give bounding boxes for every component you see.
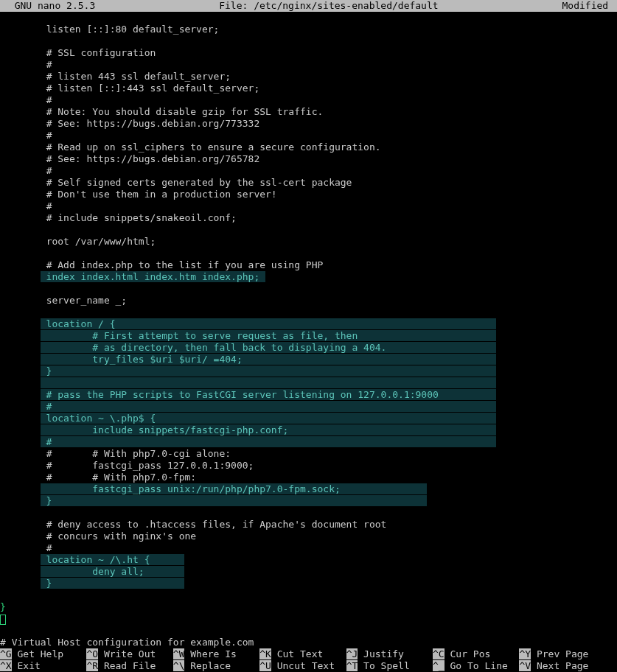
editor-line[interactable]: # listen 443 ssl default_server; xyxy=(0,71,617,83)
help-key[interactable]: ^K xyxy=(259,648,271,659)
editor-line[interactable] xyxy=(0,589,617,601)
editor-line[interactable] xyxy=(0,613,617,625)
editor-line[interactable]: # xyxy=(0,94,617,106)
editor-line[interactable]: location ~ \.php$ { xyxy=(0,413,617,424)
editor-line[interactable]: # xyxy=(0,436,617,448)
app-name: GNU nano 2.5.3 xyxy=(0,0,95,12)
editor-line[interactable]: # listen [::]:443 ssl default_server; xyxy=(0,83,617,94)
editor-line[interactable]: # Self signed certs generated by the ssl… xyxy=(0,177,617,189)
editor-line[interactable]: } xyxy=(0,601,617,613)
editor-line[interactable]: location ~ /\.ht { xyxy=(0,554,617,566)
editor-line[interactable]: deny all; xyxy=(0,566,617,578)
editor-line[interactable]: # See: https://bugs.debian.org/765782 xyxy=(0,153,617,165)
editor-line[interactable] xyxy=(0,35,617,47)
help-key[interactable]: ^C xyxy=(433,648,445,659)
help-bar: ^G Get Help ^O Write Out ^W Where Is ^K … xyxy=(0,648,617,672)
file-path: File: /etc/nginx/sites-enabled/default xyxy=(95,0,562,12)
help-key[interactable]: ^W xyxy=(173,648,185,659)
editor-line[interactable]: # xyxy=(0,200,617,212)
editor-line[interactable]: # deny access to .htaccess files, if Apa… xyxy=(0,519,617,531)
cursor xyxy=(0,615,6,625)
help-label: Go To Line xyxy=(445,660,520,671)
editor-line[interactable] xyxy=(0,625,617,637)
help-key[interactable]: ^\ xyxy=(173,660,185,671)
help-key[interactable]: ^J xyxy=(346,648,358,659)
help-label: Write Out xyxy=(98,648,173,659)
editor-line[interactable] xyxy=(0,224,617,236)
editor-line[interactable]: } xyxy=(0,495,617,507)
editor-line[interactable]: # Don't use them in a production server! xyxy=(0,189,617,200)
editor-line[interactable]: # # With php7.0-cgi alone: xyxy=(0,448,617,460)
editor-line[interactable]: try_files $uri $uri/ =404; xyxy=(0,354,617,365)
editor-line[interactable] xyxy=(0,307,617,318)
editor-line[interactable] xyxy=(0,377,617,389)
help-label: Prev Page xyxy=(531,648,606,659)
editor-line[interactable]: # SSL configuration xyxy=(0,47,617,59)
editor-line[interactable]: } xyxy=(0,365,617,377)
editor-line[interactable]: index index.html index.htm index.php; xyxy=(0,271,617,283)
editor-line[interactable]: # xyxy=(0,401,617,413)
editor-line[interactable]: server_name _; xyxy=(0,295,617,307)
editor-area[interactable]: listen [::]:80 default_server; # SSL con… xyxy=(0,12,617,660)
help-key[interactable]: ^X xyxy=(0,660,12,671)
help-key[interactable]: ^_ xyxy=(433,660,445,671)
editor-line[interactable]: # See: https://bugs.debian.org/773332 xyxy=(0,118,617,130)
help-label: Where Is xyxy=(184,648,259,659)
editor-line[interactable]: location / { xyxy=(0,318,617,330)
help-label: Read File xyxy=(98,660,173,671)
title-bar: GNU nano 2.5.3 File: /etc/nginx/sites-en… xyxy=(0,0,617,12)
editor-line[interactable]: # fastcgi_pass 127.0.0.1:9000; xyxy=(0,460,617,472)
help-key[interactable]: ^R xyxy=(86,660,98,671)
editor-line[interactable]: # Note: You should disable gzip for SSL … xyxy=(0,106,617,118)
editor-line[interactable]: # xyxy=(0,130,617,141)
help-label: Exit xyxy=(12,660,87,671)
help-key[interactable]: ^Y xyxy=(519,648,531,659)
help-key[interactable]: ^V xyxy=(519,660,531,671)
editor-line[interactable]: # xyxy=(0,542,617,554)
help-label: Get Help xyxy=(12,648,87,659)
editor-line[interactable]: # Read up on ssl_ciphers to ensure a sec… xyxy=(0,141,617,153)
editor-line[interactable]: # pass the PHP scripts to FastCGI server… xyxy=(0,389,617,401)
editor-line[interactable]: # First attempt to serve request as file… xyxy=(0,330,617,342)
editor-line[interactable]: include snippets/fastcgi-php.conf; xyxy=(0,424,617,436)
editor-line[interactable]: # xyxy=(0,59,617,71)
editor-line[interactable]: # Add index.php to the list if you are u… xyxy=(0,259,617,271)
editor-line[interactable] xyxy=(0,248,617,259)
help-key[interactable]: ^O xyxy=(86,648,98,659)
editor-line[interactable] xyxy=(0,507,617,519)
editor-line[interactable]: listen [::]:80 default_server; xyxy=(0,24,617,35)
editor-line[interactable]: # Virtual Host configuration for example… xyxy=(0,637,617,648)
help-key[interactable]: ^U xyxy=(259,660,271,671)
help-key[interactable]: ^T xyxy=(346,660,358,671)
modified-status: Modified xyxy=(562,0,617,12)
editor-line[interactable]: # include snippets/snakeoil.conf; xyxy=(0,212,617,224)
editor-line[interactable]: fastcgi_pass unix:/run/php/php7.0-fpm.so… xyxy=(0,483,617,495)
help-label: Justify xyxy=(358,648,433,659)
help-label: Next Page xyxy=(531,660,606,671)
editor-line[interactable] xyxy=(0,283,617,295)
help-label: To Spell xyxy=(358,660,433,671)
editor-line[interactable]: } xyxy=(0,578,617,589)
editor-line[interactable]: # concurs with nginx's one xyxy=(0,531,617,542)
editor-line[interactable]: # as directory, then fall back to displa… xyxy=(0,342,617,354)
editor-line[interactable]: # # With php7.0-fpm: xyxy=(0,472,617,483)
help-label: Cur Pos xyxy=(445,648,520,659)
editor-line[interactable]: # xyxy=(0,165,617,177)
help-label: Uncut Text xyxy=(271,660,346,671)
help-label: Cut Text xyxy=(271,648,346,659)
editor-line[interactable]: root /var/www/html; xyxy=(0,236,617,248)
help-key[interactable]: ^G xyxy=(0,648,12,659)
help-label: Replace xyxy=(184,660,259,671)
